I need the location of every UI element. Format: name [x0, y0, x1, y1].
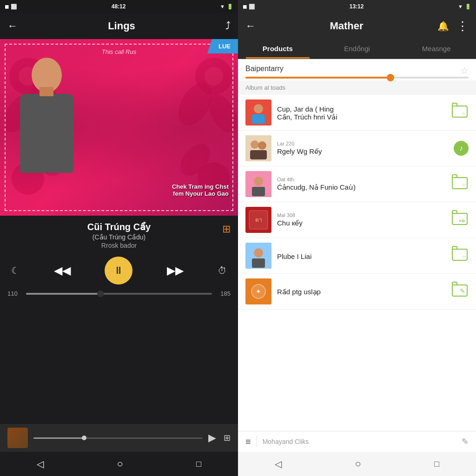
item-thumb-3 [245, 171, 271, 197]
tabs: Products Endồngi Measnge [238, 39, 476, 59]
svg-rect-21 [252, 187, 265, 196]
signal-icon: ▼ [220, 4, 225, 9]
svg-rect-14 [252, 114, 265, 124]
item-info-3: Oat 4th Ćảncudg, Nả Funio Cau̍) [277, 177, 446, 192]
item-title-6: Rấd ptg uslạp [277, 288, 446, 296]
item-icon-2: ♪ [454, 141, 469, 156]
list-item[interactable]: ✦ Rấd ptg uslạp ✎ [238, 274, 476, 310]
svg-text:ตา: ตา [255, 217, 262, 223]
album-overlay-top: This call Rus [102, 48, 136, 55]
right-status-left-icons: ◼ ⬜ [243, 4, 255, 10]
progress-track[interactable] [26, 293, 212, 295]
svg-point-13 [254, 104, 263, 113]
item-icon-3: ○· [452, 177, 469, 191]
right-nav-home[interactable]: ○ [355, 458, 361, 470]
item-title-5: Plube I Liai [277, 252, 446, 260]
left-nav-square[interactable]: □ [196, 459, 201, 469]
left-panel-title: Lings [108, 20, 135, 32]
item-info-1: Cup, Jar da ( HingCần, Trúch hnri Vải [277, 104, 446, 121]
item-icon-1: ○· [452, 106, 469, 119]
right-status-right-icons: ▼ 🔋 [458, 4, 471, 10]
more-button[interactable]: ⋮ [456, 19, 469, 33]
svg-point-20 [254, 177, 263, 186]
progress-end: 185 [217, 290, 231, 297]
progress-current: 110 [7, 290, 21, 297]
star-icon[interactable]: ☆ [460, 65, 469, 76]
hamburger-icon[interactable]: ≡ [245, 436, 251, 447]
right-panel-title: Mather [330, 20, 363, 32]
item-label-3: Oat 4th [277, 177, 446, 182]
right-nav-back[interactable]: ◁ [275, 458, 282, 469]
tab-products[interactable]: Products [238, 39, 317, 59]
edit-icon[interactable]: ✎ [462, 436, 469, 447]
left-status-right-icons: ▼ 🔋 [220, 4, 233, 10]
list-item[interactable]: Plube I Liai ○· [238, 238, 476, 274]
right-nav-bar: ◁ ○ □ [238, 452, 476, 476]
rewind-button[interactable]: ◀◀ [54, 264, 71, 277]
mini-controls: ▶ ⊞ [208, 432, 231, 444]
list-item[interactable]: ตา Mal 308 Chu кếy Fốr [238, 202, 476, 238]
svg-rect-18 [250, 150, 267, 159]
left-nav-home[interactable]: ○ [117, 458, 123, 470]
right-nav-square[interactable]: □ [434, 459, 439, 469]
album-overlay-bottom: Chek Tram ing Chstfem Nyour Lao Gao [172, 183, 229, 197]
mini-progress-bar[interactable] [33, 437, 203, 439]
list-item[interactable]: Lar 220 Rgely Wg Rếy ♪ [238, 131, 476, 166]
svg-point-16 [251, 140, 259, 149]
item-title-4: Chu кếy [277, 219, 446, 227]
filter-bar: Baipentarry ☆ [238, 59, 476, 80]
item-thumb-4: ตา [245, 207, 271, 233]
favorite-icon[interactable]: ⊞ [222, 223, 231, 235]
share-button[interactable]: ⤴ [225, 20, 231, 32]
camera-icon: ⬜ [11, 4, 17, 10]
mini-play-button[interactable]: ▶ [208, 432, 216, 444]
svg-rect-27 [252, 258, 265, 268]
bottom-bar: ≡ Mohayand Cliks ✎ [238, 431, 476, 452]
item-label-2: Lar 220 [277, 141, 448, 146]
item-thumb-2 [245, 135, 271, 161]
left-nav-back[interactable]: ◁ [37, 458, 44, 469]
bluetooth-icon: ◼ [243, 4, 247, 10]
item-icon-6: ✎ [452, 284, 469, 298]
item-info-4: Mal 308 Chu кếy [277, 212, 446, 227]
section-header: Album al toads [238, 80, 476, 95]
item-info-6: Rấd ptg uslạp [277, 287, 446, 296]
playback-controls: ☾ ◀◀ ⏸ ▶▶ ⏱ [0, 253, 238, 288]
signal-icon-r: ▼ [458, 4, 463, 9]
tab-endongi[interactable]: Endồngi [317, 39, 397, 59]
right-header-icons: 🔔 ⋮ [437, 19, 469, 33]
battery-icon: 🔋 [227, 4, 233, 10]
screen-icon: ⬜ [249, 4, 255, 10]
left-status-left-icons: ◼ ⬜ [5, 4, 17, 10]
right-header: ← Mather 🔔 ⋮ [238, 13, 476, 39]
notification-icon: ◼ [5, 4, 9, 10]
svg-point-26 [254, 248, 263, 258]
item-thumb-6: ✦ [245, 278, 271, 304]
album-art: LUE This call Rus Chek Tram ing Chstfem … [0, 39, 238, 216]
bell-button[interactable]: 🔔 [437, 19, 449, 33]
track-title: Cũi Trúng Cẩy [87, 222, 151, 232]
item-title-1: Cup, Jar da ( HingCần, Trúch hnri Vải [277, 105, 446, 121]
forward-button[interactable]: ▶▶ [167, 264, 184, 277]
right-back-button[interactable]: ← [245, 20, 256, 32]
left-nav-bar: ◁ ○ □ [0, 452, 238, 476]
live-badge: LUE [207, 39, 238, 53]
moon-button[interactable]: ☾ [11, 265, 20, 276]
mini-grid-button[interactable]: ⊞ [224, 432, 231, 444]
item-icon-5: ○· [452, 249, 469, 263]
left-clock: 48:12 [112, 3, 126, 10]
tab-measnge[interactable]: Measnge [397, 39, 476, 59]
list-item[interactable]: Oat 4th Ćảncudg, Nả Funio Cau̍) ○· [238, 166, 476, 202]
track-info: Cũi Trúng Cẩy (Cầu Trúng Cầdu) Rrosk bad… [0, 216, 238, 253]
right-clock: 13:12 [350, 3, 364, 10]
mini-player: ▶ ⊞ [0, 424, 238, 452]
filter-slider[interactable] [245, 77, 469, 79]
progress-bar-area: 110 185 [0, 288, 238, 299]
list-items: Cup, Jar da ( HingCần, Trúch hnri Vải ○· [238, 95, 476, 431]
search-hint: Mohayand Cliks [263, 438, 456, 445]
left-panel: ← Lings ⤴ [0, 13, 238, 452]
left-back-button[interactable]: ← [7, 20, 18, 32]
timer-button[interactable]: ⏱ [218, 265, 227, 276]
pause-button[interactable]: ⏸ [105, 257, 132, 284]
list-item[interactable]: Cup, Jar da ( HingCần, Trúch hnri Vải ○· [238, 95, 476, 131]
